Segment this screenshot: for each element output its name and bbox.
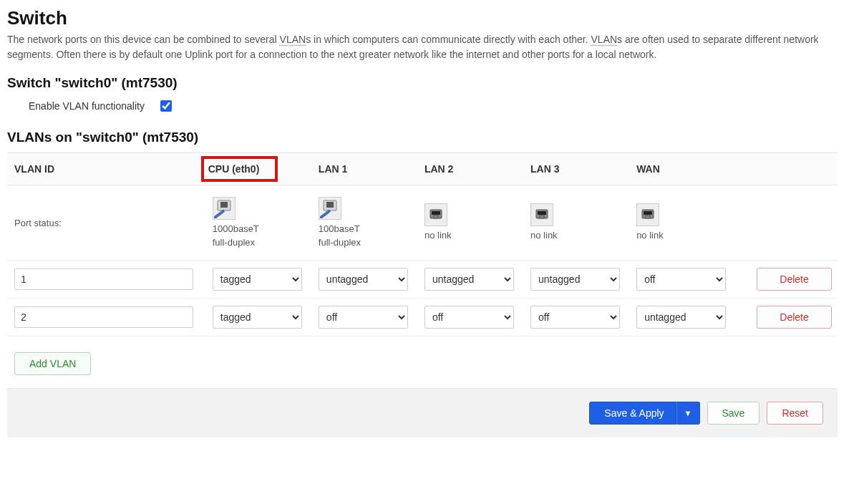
- vlan-lan2-select[interactable]: taggeduntaggedoff: [424, 306, 514, 329]
- svg-rect-1: [220, 202, 228, 208]
- col-wan: WAN: [629, 153, 735, 185]
- col-cpu: CPU (eth0): [205, 153, 311, 185]
- reset-button[interactable]: Reset: [767, 402, 823, 425]
- svg-rect-6: [432, 211, 440, 215]
- save-apply-dropdown-button[interactable]: [676, 402, 700, 425]
- rj45-empty-icon: [424, 203, 447, 226]
- rj45-cable-icon: [213, 197, 236, 220]
- vlan-row: taggeduntaggedofftaggeduntaggedofftagged…: [7, 298, 838, 336]
- vlan-cpu-select[interactable]: taggeduntaggedoff: [213, 268, 302, 291]
- cpu-header-highlight: CPU (eth0): [201, 156, 278, 182]
- status-cpu-line1: 1000baseT: [213, 223, 306, 236]
- desc-part1: s in which computers can communicate dir…: [306, 34, 591, 45]
- svg-rect-9: [538, 211, 546, 215]
- rj45-cable-icon: [319, 197, 341, 220]
- vlan-id-input[interactable]: [14, 306, 193, 328]
- status-lan1-line2: full-duplex: [319, 236, 412, 250]
- page-description: The network ports on this device can be …: [7, 32, 830, 62]
- abbr-vlan-2: VLAN: [591, 34, 618, 45]
- save-apply-button[interactable]: Save & Apply: [589, 402, 676, 425]
- page-title: Switch: [7, 7, 852, 29]
- delete-vlan-button[interactable]: Delete: [757, 306, 832, 329]
- vlan-table: VLAN ID CPU (eth0) LAN 1 LAN 2 LAN 3 WAN…: [7, 152, 838, 336]
- desc-part0: The network ports on this device can be …: [7, 34, 280, 45]
- svg-rect-11: [646, 215, 650, 218]
- col-lan1: LAN 1: [311, 153, 417, 185]
- vlan-lan1-select[interactable]: taggeduntaggedoff: [319, 268, 408, 291]
- vlans-section-heading: VLANs on "switch0" (mt7530): [7, 130, 852, 145]
- port-status-row: Port status: 1000baseT full-duplex: [7, 185, 838, 261]
- vlan-id-input[interactable]: [14, 268, 193, 290]
- status-lan3-line1: no link: [530, 229, 623, 243]
- svg-rect-5: [434, 215, 438, 218]
- status-wan-line1: no link: [636, 229, 729, 243]
- enable-vlan-checkbox[interactable]: [160, 100, 172, 112]
- vlan-lan3-select[interactable]: taggeduntaggedoff: [530, 268, 620, 291]
- vlan-lan2-select[interactable]: taggeduntaggedoff: [424, 268, 514, 291]
- status-lan2-line1: no link: [424, 229, 518, 243]
- status-cpu-line2: full-duplex: [213, 236, 306, 250]
- switch-section-heading: Switch "switch0" (mt7530): [7, 75, 852, 91]
- svg-rect-8: [540, 215, 544, 218]
- svg-rect-3: [326, 202, 334, 208]
- vlan-wan-select[interactable]: taggeduntaggedoff: [636, 268, 726, 291]
- col-cpu-label: CPU (eth0): [208, 163, 260, 175]
- col-lan3: LAN 3: [523, 153, 629, 185]
- vlan-lan1-select[interactable]: taggeduntaggedoff: [319, 306, 408, 329]
- abbr-vlan-1: VLAN: [280, 34, 306, 45]
- vlan-lan3-select[interactable]: taggeduntaggedoff: [530, 306, 620, 329]
- vlan-row: taggeduntaggedofftaggeduntaggedofftagged…: [7, 260, 838, 298]
- col-vlan-id: VLAN ID: [7, 153, 205, 185]
- svg-rect-12: [644, 211, 652, 215]
- col-lan2: LAN 2: [417, 153, 523, 185]
- port-status-label: Port status:: [7, 185, 205, 261]
- vlan-cpu-select[interactable]: taggeduntaggedoff: [213, 306, 302, 329]
- vlan-wan-select[interactable]: taggeduntaggedoff: [636, 306, 726, 329]
- enable-vlan-label: Enable VLAN functionality: [29, 100, 145, 112]
- delete-vlan-button[interactable]: Delete: [757, 268, 832, 291]
- add-vlan-button[interactable]: Add VLAN: [14, 352, 91, 375]
- rj45-empty-icon: [530, 203, 553, 226]
- page-actions-footer: Save & Apply Save Reset: [7, 388, 838, 437]
- rj45-empty-icon: [636, 203, 659, 226]
- save-button[interactable]: Save: [707, 402, 760, 425]
- status-lan1-line1: 100baseT: [319, 223, 412, 236]
